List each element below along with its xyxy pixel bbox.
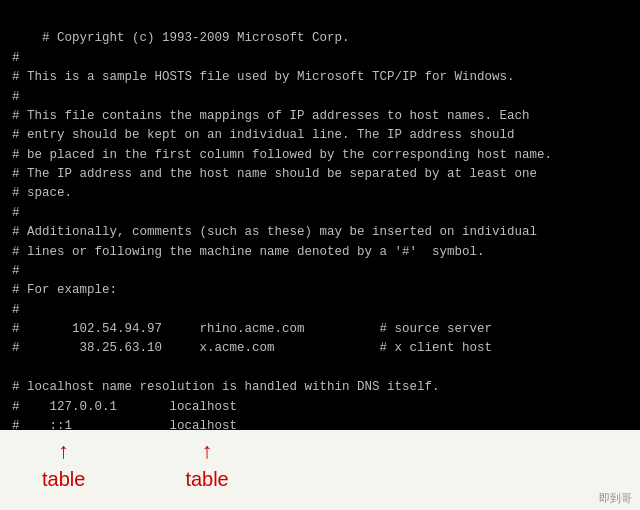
watermark: 即到哥 xyxy=(599,491,632,506)
line-17: # 38.25.63.10 x.acme.com # x client host xyxy=(12,341,492,355)
code-content: # Copyright (c) 1993-2009 Microsoft Corp… xyxy=(12,10,628,430)
line-1: # Copyright (c) 1993-2009 Microsoft Corp… xyxy=(42,31,350,45)
line-6: # entry should be kept on an individual … xyxy=(12,128,515,142)
arrows-container: ↑ table ↑ table xyxy=(12,442,628,491)
line-7: # be placed in the first column followed… xyxy=(12,148,552,162)
line-14: # For example: xyxy=(12,283,117,297)
table-label-2: table xyxy=(185,468,228,491)
line-15: # xyxy=(12,303,20,317)
arrow-up-1: ↑ xyxy=(57,442,70,464)
line-21: # ::1 localhost xyxy=(12,419,237,430)
line-9: # space. xyxy=(12,186,72,200)
arrow-group-2: ↑ table xyxy=(185,442,228,491)
arrow-group-1: ↑ table xyxy=(42,442,85,491)
line-20: # 127.0.0.1 localhost xyxy=(12,400,237,414)
line-11: # Additionally, comments (such as these)… xyxy=(12,225,537,239)
line-18 xyxy=(12,361,20,375)
line-4: # xyxy=(12,90,20,104)
line-5: # This file contains the mappings of IP … xyxy=(12,109,530,123)
line-10: # xyxy=(12,206,20,220)
line-2: # xyxy=(12,51,20,65)
table-label-1: table xyxy=(42,468,85,491)
line-13: # xyxy=(12,264,20,278)
annotation-section: ↑ table ↑ table 即到哥 xyxy=(0,430,640,510)
line-16: # 102.54.94.97 rhino.acme.com # source s… xyxy=(12,322,492,336)
line-12: # lines or following the machine name de… xyxy=(12,245,485,259)
arrow-up-2: ↑ xyxy=(200,442,213,464)
line-8: # The IP address and the host name shoul… xyxy=(12,167,537,181)
line-3: # This is a sample HOSTS file used by Mi… xyxy=(12,70,515,84)
terminal-window: # Copyright (c) 1993-2009 Microsoft Corp… xyxy=(0,0,640,430)
line-19: # localhost name resolution is handled w… xyxy=(12,380,440,394)
